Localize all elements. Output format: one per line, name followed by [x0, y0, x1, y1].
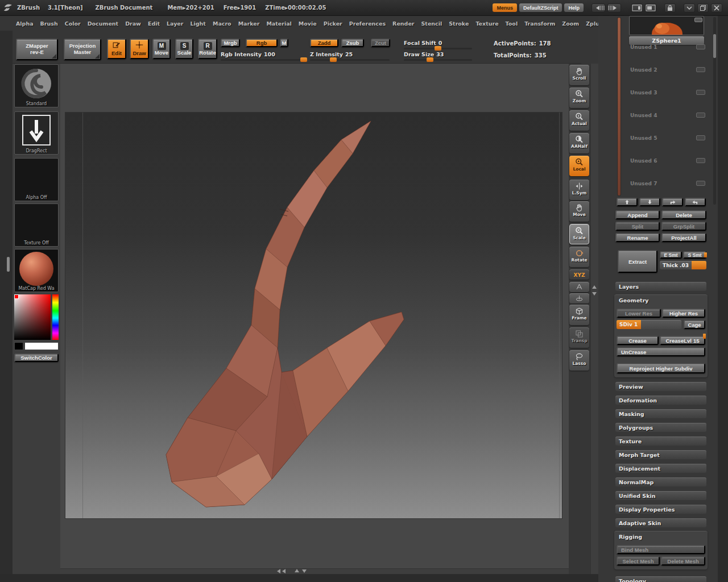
scale-view-button[interactable]: Scale [569, 224, 589, 244]
delete-mesh-button[interactable]: Delete Mesh [661, 556, 705, 566]
copy-tool-forward-button[interactable] [662, 198, 683, 206]
rolldown-icon[interactable] [684, 3, 695, 13]
persp-button[interactable] [569, 282, 589, 292]
menu-item-edit[interactable]: Edit [148, 20, 160, 27]
texture-selector[interactable]: Texture Off [14, 203, 59, 247]
topology-section-header[interactable]: Topology [615, 576, 706, 582]
restore-icon[interactable] [697, 3, 709, 13]
alpha-selector[interactable]: Alpha Off [14, 158, 59, 201]
rotate-mode-button[interactable]: R Rotate [198, 39, 217, 59]
close-icon[interactable] [711, 3, 722, 13]
menu-item-color[interactable]: Color [65, 20, 81, 27]
menu-item-zoom[interactable]: Zoom [562, 20, 579, 27]
scrub-right-icon[interactable] [607, 3, 621, 13]
displacement-section-header[interactable]: Displacement [615, 464, 706, 473]
menu-item-marker[interactable]: Marker [238, 20, 260, 27]
tool-slot-7[interactable]: Unused 7 [621, 179, 708, 188]
focal-shift-handle[interactable] [435, 46, 441, 51]
move-view-button[interactable]: Move [569, 201, 589, 222]
zcut-button[interactable]: Zcut [371, 39, 390, 47]
zmapper-button[interactable]: ZMapper rev-E [16, 39, 58, 60]
append-button[interactable]: Append [615, 210, 660, 219]
m-button[interactable]: M [280, 39, 288, 47]
unified-skin-section-header[interactable]: Unified Skin [615, 491, 706, 500]
panel-scrollbar[interactable] [713, 17, 716, 205]
rotate-view-button[interactable]: Rotate [569, 247, 589, 267]
rigging-section-header[interactable]: Rigging [615, 533, 706, 541]
zsphere-model[interactable] [65, 113, 562, 518]
scrub-left-icon[interactable] [592, 3, 605, 13]
deformation-section-header[interactable]: Deformation [615, 396, 706, 405]
menu-item-texture[interactable]: Texture [475, 20, 498, 27]
tool-slot-3-thumb[interactable] [696, 90, 705, 95]
saturation-value-square[interactable] [14, 294, 51, 340]
scale-mode-button[interactable]: S Scale [175, 39, 193, 59]
eye-icon[interactable] [694, 18, 702, 22]
z-intensity-slider[interactable]: Z Intensity25 [310, 51, 390, 61]
actual-button[interactable]: Actual [569, 110, 589, 131]
scroll-button[interactable]: Scroll [569, 65, 589, 85]
extract-button[interactable]: Extract [618, 250, 657, 273]
tool-slot-4-thumb[interactable] [696, 113, 705, 118]
floor-button[interactable] [569, 293, 589, 304]
stroke-selector[interactable]: DragRect [14, 111, 59, 155]
current-tool-thumbnail[interactable] [629, 16, 704, 35]
color-picker[interactable] [14, 294, 59, 340]
hue-strip[interactable] [52, 294, 59, 340]
canvas[interactable] [65, 113, 562, 518]
move-mode-button[interactable]: M Move [152, 39, 171, 59]
crease-button[interactable]: Crease [617, 336, 659, 345]
help-button[interactable]: Help [564, 3, 584, 12]
doc-scroll-up-icon[interactable] [295, 569, 299, 572]
menu-item-draw[interactable]: Draw [125, 20, 141, 27]
panel-scrollbar-thumb[interactable] [713, 34, 716, 58]
menu-item-stencil[interactable]: Stencil [421, 20, 442, 27]
morph-target-section-header[interactable]: Morph Target [615, 450, 706, 459]
xyz-button[interactable]: XYZ [569, 269, 589, 280]
tool-slot-4[interactable]: Unused 4 [621, 111, 708, 120]
tool-slot-5-thumb[interactable] [696, 135, 705, 140]
horizontal-scrollbar[interactable] [60, 568, 569, 574]
menu-item-brush[interactable]: Brush [40, 20, 58, 27]
projection-master-button[interactable]: Projection Master [64, 39, 101, 60]
left-scrollbar-thumb[interactable] [7, 257, 10, 272]
tool-slot-6-thumb[interactable] [696, 158, 705, 163]
menu-item-stroke[interactable]: Stroke [449, 20, 469, 27]
layout-large-icon[interactable] [645, 3, 656, 13]
tool-slot-1[interactable]: Unused 1 [621, 43, 708, 52]
tool-slot-2-thumb[interactable] [696, 67, 705, 72]
s-smt-button[interactable]: S Smt [683, 251, 706, 259]
zoom-button[interactable]: Zoom [569, 88, 589, 108]
reproject-button[interactable]: Reproject Higher Subdiv [617, 363, 705, 373]
menu-item-render[interactable]: Render [392, 20, 414, 27]
menu-item-layer[interactable]: Layer [167, 20, 184, 27]
preview-section-header[interactable]: Preview [615, 382, 706, 391]
thick-slider-handle[interactable] [692, 261, 706, 269]
doc-scroll-down-icon[interactable] [302, 569, 307, 573]
menu-item-preferences[interactable]: Preferences [349, 20, 386, 27]
lock-icon[interactable] [664, 3, 676, 13]
sdiv-slider[interactable]: SDiv1 [617, 320, 681, 329]
masking-section-header[interactable]: Masking [615, 409, 706, 418]
polygroups-section-header[interactable]: Polygroups [615, 423, 706, 432]
main-color-swatch[interactable] [24, 342, 59, 350]
tool-slot-2[interactable]: Unused 2 [621, 65, 708, 74]
menu-item-alpha[interactable]: Alpha [16, 20, 34, 27]
tool-slot-6[interactable]: Unused 6 [621, 156, 708, 165]
move-tool-down-button[interactable] [639, 198, 660, 206]
zbrush-logo-icon[interactable] [2, 3, 14, 13]
material-selector[interactable]: MatCap Red Wa [14, 249, 59, 292]
projectall-button[interactable]: ProjectAll [661, 233, 706, 242]
draw-button[interactable]: Draw [130, 39, 149, 59]
higher-res-button[interactable]: Higher Res [662, 309, 705, 318]
menus-button[interactable]: Menus [493, 3, 517, 12]
tool-slot-5[interactable]: Unused 5 [621, 134, 708, 143]
menu-item-tool[interactable]: Tool [506, 20, 518, 27]
normalmap-section-header[interactable]: NormalMap [615, 477, 706, 487]
local-button[interactable]: Local [569, 156, 589, 176]
lasso-button[interactable]: Lasso [569, 350, 589, 371]
menu-item-material[interactable]: Material [266, 20, 291, 27]
default-zscript-button[interactable]: DefaultZScript [519, 3, 562, 12]
doc-scroll-left-icon-1[interactable] [277, 569, 280, 573]
brush-selector[interactable]: Standard [14, 64, 59, 107]
